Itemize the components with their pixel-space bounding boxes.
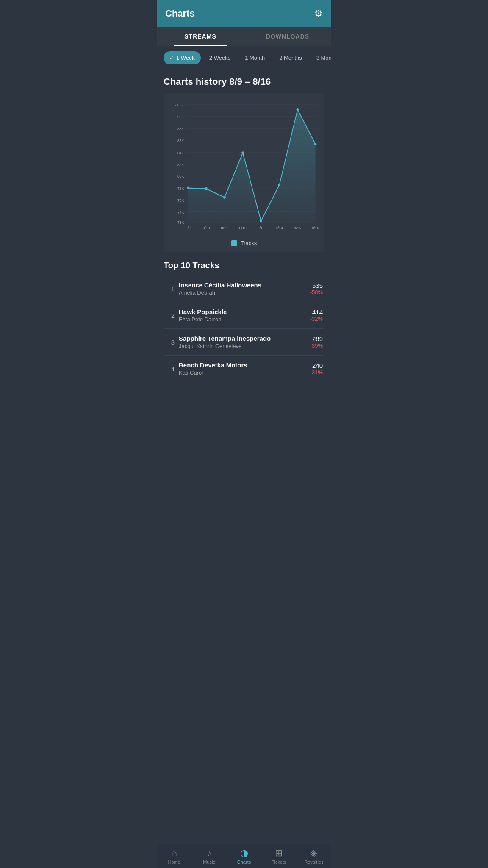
track-rank: 2	[165, 312, 175, 319]
tab-bar: STREAMS DOWNLOADS	[157, 27, 331, 46]
svg-text:88K: 88K	[177, 127, 184, 131]
svg-point-32	[205, 187, 208, 190]
svg-text:76K: 76K	[177, 198, 184, 203]
track-item[interactable]: 3 Sapphire Tenampa inesperado Jacqui Kat…	[164, 329, 324, 356]
track-stats: 414 -32%	[310, 309, 323, 322]
svg-text:8/12: 8/12	[239, 226, 247, 231]
nav-charts-label: Charts	[237, 860, 251, 865]
track-stats: 240 -31%	[310, 362, 323, 376]
nav-home[interactable]: ⌂ Home	[157, 844, 191, 868]
filter-2weeks[interactable]: 2 Weeks	[203, 51, 236, 64]
track-stats: 289 -39%	[310, 335, 323, 349]
track-count: 289	[310, 335, 323, 342]
track-artist: Amelia Debrah	[179, 289, 306, 296]
tab-downloads[interactable]: DOWNLOADS	[244, 27, 331, 46]
svg-text:8/13: 8/13	[258, 226, 265, 231]
filter-2months[interactable]: 2 Months	[273, 51, 308, 64]
track-change: -58%	[310, 289, 323, 295]
track-info: Bench Devetka Motors Kati Carol	[179, 362, 306, 376]
track-item[interactable]: 4 Bench Devetka Motors Kati Carol 240 -3…	[164, 356, 324, 382]
svg-text:74K: 74K	[177, 210, 184, 214]
track-item[interactable]: 1 Insence Cécilia Halloweens Amelia Debr…	[164, 275, 324, 302]
chart-legend: Tracks	[167, 240, 321, 249]
top10-section: Top 10 Tracks 1 Insence Cécilia Hallowee…	[157, 252, 331, 382]
track-name: Hawk Popsickle	[179, 308, 306, 315]
track-info: Sapphire Tenampa inesperado Jacqui Kathr…	[179, 335, 306, 349]
track-name: Bench Devetka Motors	[179, 362, 306, 369]
nav-home-label: Home	[168, 860, 180, 865]
track-change: -32%	[310, 316, 323, 322]
track-item[interactable]: 2 Hawk Popsickle Ezra Pete Darron 414 -3…	[164, 302, 324, 329]
svg-text:80K: 80K	[177, 174, 184, 179]
nav-royalties-label: Royalties	[304, 860, 323, 865]
chart-title: Charts history 8/9 – 8/16	[164, 76, 324, 87]
svg-text:90K: 90K	[177, 114, 184, 119]
tickets-icon: ⊞	[275, 849, 283, 858]
svg-text:86K: 86K	[177, 139, 184, 143]
track-artist: Ezra Pete Darron	[179, 316, 306, 323]
svg-text:84K: 84K	[177, 151, 184, 156]
svg-text:8/10: 8/10	[203, 226, 210, 231]
svg-point-38	[314, 143, 317, 145]
svg-text:8/14: 8/14	[276, 226, 283, 231]
chart-section: Charts history 8/9 – 8/16	[157, 70, 331, 252]
svg-text:73K: 73K	[177, 220, 184, 225]
nav-tickets[interactable]: ⊞ Tickets	[261, 844, 296, 868]
svg-point-34	[241, 151, 244, 154]
svg-text:91.5K: 91.5K	[175, 103, 184, 108]
track-list: 1 Insence Cécilia Halloweens Amelia Debr…	[164, 275, 324, 382]
nav-music-label: Music	[203, 860, 215, 865]
svg-point-31	[187, 186, 189, 189]
track-name: Sapphire Tenampa inesperado	[179, 335, 306, 342]
track-stats: 535 -58%	[310, 282, 323, 295]
track-rank: 3	[165, 339, 175, 346]
svg-text:8/9: 8/9	[186, 226, 191, 231]
line-chart-svg: 91.5K 90K 88K 86K 84K 82K 80K 78K 76K 74…	[167, 100, 321, 236]
nav-charts[interactable]: ◑ Charts	[227, 844, 261, 868]
chart-container: 91.5K 90K 88K 86K 84K 82K 80K 78K 76K 74…	[164, 93, 324, 252]
track-change: -39%	[310, 342, 323, 349]
app-header: Charts ⚙	[157, 0, 331, 27]
top10-title: Top 10 Tracks	[164, 261, 324, 270]
track-info: Insence Cécilia Halloweens Amelia Debrah	[179, 281, 306, 296]
svg-point-35	[260, 220, 262, 222]
nav-royalties[interactable]: ◈ Royalties	[297, 844, 331, 868]
royalties-icon: ◈	[310, 849, 317, 858]
track-count: 240	[310, 362, 323, 369]
chart-wrap: 91.5K 90K 88K 86K 84K 82K 80K 78K 76K 74…	[167, 100, 321, 236]
svg-text:8/15: 8/15	[294, 226, 301, 231]
tab-streams[interactable]: STREAMS	[157, 27, 244, 46]
track-artist: Kati Carol	[179, 370, 306, 376]
track-rank: 1	[165, 285, 175, 292]
svg-text:8/16: 8/16	[312, 226, 319, 231]
settings-icon[interactable]: ⚙	[314, 8, 323, 19]
legend-label-tracks: Tracks	[241, 240, 257, 246]
legend-box-tracks	[231, 240, 237, 246]
svg-text:8/11: 8/11	[221, 226, 228, 231]
track-count: 535	[310, 282, 323, 289]
home-icon: ⌂	[172, 849, 177, 858]
track-count: 414	[310, 309, 323, 316]
track-change: -31%	[310, 369, 323, 376]
bottom-nav: ⌂ Home ♪ Music ◑ Charts ⊞ Tickets ◈ Roya…	[157, 844, 331, 868]
svg-text:78K: 78K	[177, 186, 184, 191]
svg-text:82K: 82K	[177, 162, 184, 167]
filter-1month[interactable]: 1 Month	[239, 51, 271, 64]
svg-point-36	[278, 184, 280, 186]
svg-point-33	[223, 196, 226, 198]
track-info: Hawk Popsickle Ezra Pete Darron	[179, 308, 306, 323]
time-filter-bar: 1 Week 2 Weeks 1 Month 2 Months 3 Months	[157, 46, 331, 70]
svg-marker-30	[188, 109, 316, 222]
music-icon: ♪	[207, 849, 211, 858]
filter-3months[interactable]: 3 Months	[311, 51, 331, 64]
nav-music[interactable]: ♪ Music	[191, 844, 226, 868]
track-name: Insence Cécilia Halloweens	[179, 281, 306, 289]
track-artist: Jacqui Kathrin Genevieve	[179, 343, 306, 349]
charts-icon: ◑	[240, 849, 248, 858]
filter-1week[interactable]: 1 Week	[164, 51, 201, 64]
page-title: Charts	[165, 8, 195, 19]
svg-point-37	[297, 108, 299, 111]
nav-tickets-label: Tickets	[272, 860, 286, 865]
track-rank: 4	[165, 365, 175, 373]
